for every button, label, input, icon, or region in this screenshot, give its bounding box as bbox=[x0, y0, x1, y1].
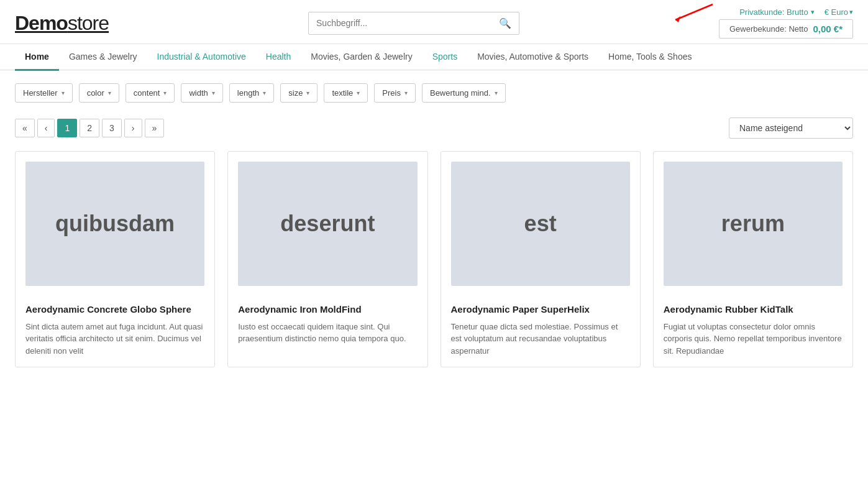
nav-item-sports: Sports bbox=[423, 44, 467, 69]
logo-bold: Demo bbox=[15, 12, 68, 34]
nav-item-home: Home bbox=[15, 44, 59, 69]
header: Demostore 🔍 Privatkunde: Brutto € Euro G… bbox=[0, 0, 868, 44]
pagination: «‹123›» bbox=[15, 119, 164, 137]
logo[interactable]: Demostore bbox=[15, 12, 109, 35]
main-nav: HomeGames & JewelryIndustrial & Automoti… bbox=[0, 44, 868, 71]
filter-bar: Hersteller▾color▾content▾width▾length▾si… bbox=[15, 83, 853, 103]
nav-item-movies--garden---jewelry: Movies, Garden & Jewelry bbox=[301, 44, 422, 69]
page-btn-»[interactable]: » bbox=[145, 119, 165, 137]
chevron-down-icon: ▾ bbox=[306, 90, 309, 96]
page-btn-‹[interactable]: ‹ bbox=[37, 119, 55, 137]
filter-btn-content[interactable]: content▾ bbox=[126, 83, 175, 103]
search-input[interactable] bbox=[309, 13, 491, 33]
chevron-down-icon: ▾ bbox=[108, 90, 111, 96]
chevron-down-icon: ▾ bbox=[357, 90, 360, 96]
filter-btn-bewertung-mind-[interactable]: Bewertung mind.▾ bbox=[422, 83, 506, 103]
product-info: Aerodynamic Concrete Globo Sphere Sint d… bbox=[16, 296, 214, 367]
filter-label: color bbox=[87, 88, 104, 98]
chevron-down-icon: ▾ bbox=[263, 90, 266, 96]
nav-link[interactable]: Industrial & Automotive bbox=[147, 44, 256, 69]
search-button[interactable]: 🔍 bbox=[491, 12, 519, 34]
product-image-text: est bbox=[518, 211, 563, 237]
filter-label: content bbox=[134, 88, 160, 98]
sort-select[interactable]: Name asteigendName absteigendPreis aufst… bbox=[729, 117, 853, 139]
nav-link[interactable]: Home bbox=[15, 44, 59, 71]
nav-link[interactable]: Health bbox=[256, 44, 301, 69]
product-description: Fugiat ut voluptas consectetur dolor omn… bbox=[664, 321, 843, 357]
product-info: Aerodynamic Iron MoldFind Iusto est occa… bbox=[228, 296, 427, 355]
product-image: est bbox=[451, 162, 630, 286]
nav-link[interactable]: Sports bbox=[423, 44, 467, 69]
nav-item-health: Health bbox=[256, 44, 301, 69]
filter-label: width bbox=[189, 88, 208, 98]
product-info: Aerodynamic Paper SuperHelix Tenetur qua… bbox=[441, 296, 640, 367]
nav-link[interactable]: Movies, Garden & Jewelry bbox=[301, 44, 422, 69]
filter-label: Hersteller bbox=[23, 88, 58, 98]
product-info: Aerodynamic Rubber KidTalk Fugiat ut vol… bbox=[654, 296, 852, 367]
product-image: rerum bbox=[664, 162, 843, 286]
search-bar: 🔍 bbox=[308, 12, 519, 35]
product-image: deserunt bbox=[238, 162, 417, 286]
product-description: Iusto est occaecati quidem itaque sint. … bbox=[238, 321, 417, 345]
product-card[interactable]: quibusdam Aerodynamic Concrete Globo Sph… bbox=[15, 151, 215, 367]
product-image: quibusdam bbox=[25, 162, 204, 286]
product-name: Aerodynamic Paper SuperHelix bbox=[451, 303, 630, 316]
product-card[interactable]: rerum Aerodynamic Rubber KidTalk Fugiat … bbox=[653, 151, 853, 367]
logo-light: store bbox=[68, 12, 109, 34]
chevron-down-icon: ▾ bbox=[404, 90, 408, 96]
cart-area[interactable]: Gewerbekunde: Netto 0,00 €* bbox=[719, 19, 853, 39]
nav-link[interactable]: Home, Tools & Shoes bbox=[598, 44, 701, 69]
chevron-down-icon: ▾ bbox=[495, 90, 498, 96]
euro-link[interactable]: € Euro bbox=[825, 7, 853, 17]
filter-label: Bewertung mind. bbox=[430, 88, 491, 98]
nav-item-industrial---automotive: Industrial & Automotive bbox=[147, 44, 256, 69]
filter-btn-color[interactable]: color▾ bbox=[79, 83, 119, 103]
page-btn-1[interactable]: 1 bbox=[57, 119, 77, 137]
product-image-text: rerum bbox=[715, 211, 791, 237]
filter-btn-textile[interactable]: textile▾ bbox=[324, 83, 368, 103]
pagination-row: «‹123›» Name asteigendName absteigendPre… bbox=[15, 117, 853, 139]
nav-item-home--tools---shoes: Home, Tools & Shoes bbox=[598, 44, 701, 69]
filter-label: textile bbox=[332, 88, 353, 98]
filter-btn-preis[interactable]: Preis▾ bbox=[374, 83, 416, 103]
filter-label: size bbox=[288, 88, 303, 98]
page-btn-«[interactable]: « bbox=[15, 119, 35, 137]
filter-btn-length[interactable]: length▾ bbox=[229, 83, 274, 103]
svg-line-0 bbox=[675, 4, 713, 20]
filter-btn-size[interactable]: size▾ bbox=[280, 83, 318, 103]
filter-btn-width[interactable]: width▾ bbox=[181, 83, 222, 103]
privatkunde-link[interactable]: Privatkunde: Brutto bbox=[739, 7, 815, 17]
header-right: Privatkunde: Brutto € Euro Gewerbekunde:… bbox=[719, 7, 853, 39]
page-btn-2[interactable]: 2 bbox=[80, 119, 99, 137]
main-content: Hersteller▾color▾content▾width▾length▾si… bbox=[0, 71, 868, 380]
nav-link[interactable]: Movies, Automotive & Sports bbox=[467, 44, 598, 69]
nav-item-movies--automotive---sports: Movies, Automotive & Sports bbox=[467, 44, 598, 69]
gewerbekunde-label: Gewerbekunde: Netto bbox=[729, 24, 808, 34]
filter-label: Preis bbox=[382, 88, 401, 98]
page-btn-3[interactable]: 3 bbox=[102, 119, 122, 137]
product-name: Aerodynamic Iron MoldFind bbox=[238, 303, 417, 316]
filter-label: length bbox=[237, 88, 259, 98]
product-card[interactable]: deserunt Aerodynamic Iron MoldFind Iusto… bbox=[227, 151, 427, 367]
nav-link[interactable]: Games & Jewelry bbox=[59, 44, 147, 69]
nav-item-games---jewelry: Games & Jewelry bbox=[59, 44, 147, 69]
product-name: Aerodynamic Concrete Globo Sphere bbox=[25, 303, 204, 316]
page-btn-›[interactable]: › bbox=[124, 119, 142, 137]
top-links: Privatkunde: Brutto € Euro bbox=[739, 7, 853, 17]
product-name: Aerodynamic Rubber KidTalk bbox=[664, 303, 843, 316]
product-card[interactable]: est Aerodynamic Paper SuperHelix Tenetur… bbox=[441, 151, 641, 367]
product-description: Tenetur quae dicta sed molestiae. Possim… bbox=[451, 321, 630, 357]
product-description: Sint dicta autem amet aut fuga incidunt.… bbox=[25, 321, 204, 357]
svg-marker-1 bbox=[675, 16, 680, 22]
product-grid: quibusdam Aerodynamic Concrete Globo Sph… bbox=[15, 151, 853, 367]
cart-price: 0,00 €* bbox=[813, 24, 843, 34]
product-image-text: deserunt bbox=[274, 211, 381, 237]
product-image-text: quibusdam bbox=[49, 211, 181, 237]
chevron-down-icon: ▾ bbox=[212, 90, 215, 96]
chevron-down-icon: ▾ bbox=[62, 90, 65, 96]
chevron-down-icon: ▾ bbox=[163, 90, 167, 96]
filter-btn-hersteller[interactable]: Hersteller▾ bbox=[15, 83, 73, 103]
arrow-annotation bbox=[663, 1, 719, 28]
